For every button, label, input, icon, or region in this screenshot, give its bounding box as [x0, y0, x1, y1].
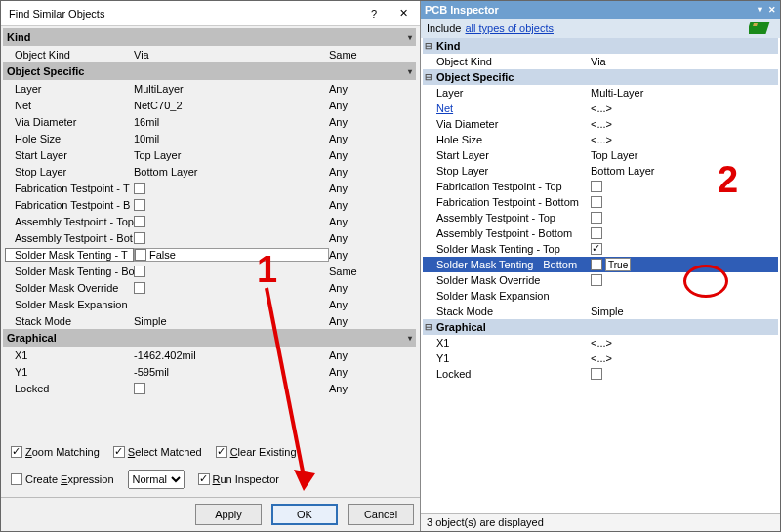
dropdown-icon[interactable]: ▼: [756, 5, 764, 15]
clear-existing-option[interactable]: Clear Existing: [216, 446, 297, 458]
include-types-link[interactable]: all types of objects: [465, 22, 554, 34]
checkbox-icon[interactable]: [591, 181, 602, 192]
property-value[interactable]: NetC70_2: [134, 100, 329, 111]
property-value[interactable]: False: [134, 248, 329, 262]
property-value[interactable]: [134, 232, 329, 244]
property-value[interactable]: MultiLayer: [134, 83, 329, 95]
property-scope[interactable]: Any: [329, 83, 414, 95]
inspector-property-value[interactable]: Multi-Layer: [591, 87, 778, 99]
checkbox-icon[interactable]: [135, 249, 146, 261]
property-row[interactable]: LayerMultiLayerAny: [3, 80, 416, 97]
inspector-row[interactable]: Stack ModeSimple: [423, 304, 778, 319]
zoom-matching-option[interactable]: Zoom Matching: [11, 446, 100, 458]
property-scope[interactable]: Any: [329, 249, 414, 261]
inspector-property-value[interactable]: [591, 181, 778, 192]
inspector-row[interactable]: X1<...>: [423, 335, 778, 350]
section-header[interactable]: Object Specific▾: [3, 62, 416, 80]
checkbox-icon[interactable]: [591, 259, 602, 270]
checkbox-icon[interactable]: [591, 227, 602, 239]
ok-button[interactable]: OK: [271, 504, 338, 525]
property-scope[interactable]: Any: [329, 199, 414, 211]
property-value[interactable]: -595mil: [134, 366, 329, 378]
inspector-row[interactable]: Solder Mask Expansion: [423, 288, 778, 304]
property-row[interactable]: Stop LayerBottom LayerAny: [3, 163, 416, 180]
inspector-row[interactable]: Object KindVia: [423, 54, 778, 69]
property-row[interactable]: Solder Mask ExpansionAny: [3, 296, 416, 312]
inspector-property-value[interactable]: Bottom Layer: [591, 165, 778, 177]
property-scope[interactable]: Any: [329, 149, 414, 161]
property-scope[interactable]: Any: [329, 366, 414, 378]
property-scope[interactable]: Any: [329, 216, 414, 227]
inspector-section-header[interactable]: ⊟Kind: [423, 38, 778, 54]
inspector-property-value[interactable]: [591, 212, 778, 224]
inspector-property-value[interactable]: Simple: [591, 306, 778, 317]
checkbox-icon[interactable]: [591, 196, 602, 208]
property-value[interactable]: [134, 266, 329, 277]
help-button[interactable]: ?: [359, 3, 389, 24]
checkbox-icon[interactable]: [134, 183, 145, 194]
property-row[interactable]: Fabrication Testpoint - BAny: [3, 196, 416, 213]
inspector-row[interactable]: Via Diameter<...>: [423, 116, 778, 132]
property-row[interactable]: Stack ModeSimpleAny: [3, 312, 416, 329]
inspector-row[interactable]: LayerMulti-Layer: [423, 85, 778, 101]
property-row[interactable]: Solder Mask Tenting - TFalseAny: [3, 246, 416, 263]
property-value[interactable]: Top Layer: [134, 149, 329, 161]
checkbox-icon[interactable]: [113, 446, 125, 458]
property-value[interactable]: Simple: [134, 315, 329, 327]
property-scope[interactable]: Any: [329, 349, 414, 361]
inspector-property-value[interactable]: <...>: [591, 134, 778, 145]
property-scope[interactable]: Any: [329, 383, 414, 394]
property-row[interactable]: LockedAny: [3, 380, 416, 396]
inspector-row[interactable]: Fabrication Testpoint - Top: [423, 179, 778, 194]
property-value[interactable]: 16mil: [134, 116, 329, 128]
checkbox-icon[interactable]: [591, 212, 602, 224]
inspector-row[interactable]: Stop LayerBottom Layer: [423, 163, 778, 179]
property-value[interactable]: [134, 383, 329, 394]
property-row[interactable]: Solder Mask Tenting - BoSame: [3, 263, 416, 279]
select-matched-option[interactable]: Select Matched: [113, 446, 202, 458]
property-value[interactable]: 10mil: [134, 133, 329, 144]
inspector-row[interactable]: Y1<...>: [423, 350, 778, 366]
property-value[interactable]: [134, 216, 329, 227]
property-scope[interactable]: Same: [329, 49, 414, 61]
inspector-row[interactable]: Assembly Testpoint - Top: [423, 210, 778, 225]
property-row[interactable]: Object KindViaSame: [3, 46, 416, 62]
inspector-property-value[interactable]: [591, 243, 778, 255]
inspector-row[interactable]: Fabrication Testpoint - Bottom: [423, 194, 778, 210]
checkbox-icon[interactable]: [591, 274, 602, 286]
inspector-row[interactable]: Solder Mask Override: [423, 272, 778, 288]
section-header[interactable]: Kind▾: [3, 28, 416, 46]
inspector-property-value[interactable]: [591, 368, 778, 380]
property-row[interactable]: NetNetC70_2Any: [3, 97, 416, 113]
property-value[interactable]: -1462.402mil: [134, 349, 329, 361]
close-button[interactable]: ✕: [389, 3, 418, 24]
apply-button[interactable]: Apply: [195, 504, 262, 525]
checkbox-icon[interactable]: [134, 199, 145, 211]
property-value[interactable]: Via: [134, 49, 329, 61]
property-scope[interactable]: Any: [329, 299, 414, 310]
inspector-property-value[interactable]: [591, 227, 778, 239]
checkbox-icon[interactable]: [11, 473, 22, 485]
inspector-property-value[interactable]: [591, 196, 778, 208]
checkbox-icon[interactable]: [591, 243, 602, 255]
checkbox-icon[interactable]: [216, 446, 227, 458]
property-scope[interactable]: Any: [329, 315, 414, 327]
property-scope[interactable]: Any: [329, 232, 414, 244]
checkbox-icon[interactable]: [134, 266, 145, 277]
property-row[interactable]: Assembly Testpoint - BotAny: [3, 229, 416, 246]
inspector-property-value[interactable]: Top Layer: [591, 149, 778, 161]
inspector-property-value[interactable]: Via: [591, 56, 778, 67]
property-row[interactable]: Start LayerTop LayerAny: [3, 146, 416, 163]
run-inspector-option[interactable]: Run Inspector: [198, 473, 280, 485]
inspector-property-value[interactable]: <...>: [591, 118, 778, 130]
checkbox-icon[interactable]: [134, 216, 145, 227]
property-scope[interactable]: Any: [329, 116, 414, 128]
checkbox-icon[interactable]: [134, 383, 145, 394]
property-value[interactable]: Bottom Layer: [134, 166, 329, 178]
property-value[interactable]: [134, 282, 329, 294]
inspector-section-header[interactable]: ⊟Object Specific: [423, 69, 778, 85]
property-value[interactable]: [134, 183, 329, 194]
property-scope[interactable]: Any: [329, 183, 414, 194]
inspector-row[interactable]: Net<...>: [423, 101, 778, 116]
property-scope[interactable]: Any: [329, 282, 414, 294]
